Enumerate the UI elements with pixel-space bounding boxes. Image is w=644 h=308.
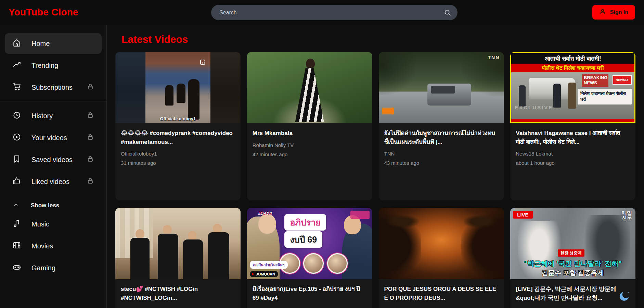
video-card[interactable]: POR QUE JESUS OROU A DEUS SE ELE É O PRÓ… xyxy=(379,208,504,308)
page-title: Latest Videos xyxy=(121,34,635,45)
exclusive-watermark: EXCLUSIVE xyxy=(515,104,553,110)
breaking-news-badge: BREAKING NEWS xyxy=(582,74,608,87)
thumbnail-quote: "박근혜에 '국민 만나달라' 전해" xyxy=(510,259,635,268)
video-thumbnail[interactable]: TNN xyxy=(379,52,504,123)
video-title[interactable]: มีเรื่อง(อยาก)Live Ep.105 - อภิปราย งบฯ … xyxy=(253,285,367,302)
play-circle-icon xyxy=(12,133,21,143)
sidebar-divider xyxy=(0,101,106,101)
channel-badge xyxy=(382,108,394,114)
headline-band-2: पोलीस थेट निलेश चव्हाणच्या घरी xyxy=(511,64,634,72)
search-icon[interactable] xyxy=(444,9,451,16)
video-card[interactable]: LIVE 매일 신문 현장 생중계 "박근혜에 '국민 만나달라' 전해" 김문… xyxy=(510,208,635,308)
sign-in-button[interactable]: Sign In xyxy=(592,5,635,20)
sidebar-item-label: Gaming xyxy=(31,264,55,272)
video-channel[interactable]: News18 Lokmat xyxy=(516,151,630,157)
video-time: 42 minutes ago xyxy=(253,151,367,157)
sidebar-item-label: Liked videos xyxy=(31,178,69,186)
video-thumbnail[interactable] xyxy=(115,208,241,279)
video-thumbnail[interactable]: आताची सर्वात मोठी बातमी! पोलीस थेट निलेश… xyxy=(510,52,635,123)
sidebar-item-label: Saved videos xyxy=(31,156,73,164)
corner-badge xyxy=(350,211,370,219)
sidebar-item-history[interactable]: History xyxy=(5,106,102,126)
lock-icon xyxy=(87,111,94,121)
cart-icon xyxy=(12,82,21,93)
home-icon xyxy=(12,38,21,49)
video-card[interactable]: Official.koloboy1 😂😂😂😂 #comedyprank #com… xyxy=(115,52,241,200)
lock-icon xyxy=(87,83,94,92)
thumbnail-watermark: Official.koloboy1 xyxy=(115,116,241,121)
music-icon xyxy=(12,219,21,230)
show-less-toggle[interactable]: Show less xyxy=(5,199,102,212)
day-tag: #DAY4 xyxy=(258,211,272,216)
bookmark-icon xyxy=(12,155,21,165)
video-card[interactable]: stecu💕 #NCTWISH #LOGin #NCTWISH_LOGin... xyxy=(115,208,241,308)
show-less-label: Show less xyxy=(31,202,59,209)
news18-logo: NEWS18 xyxy=(613,75,632,85)
search-bar xyxy=(211,5,458,20)
video-thumbnail[interactable]: #DAY4 อภิปราย งบปี 69 เจอกัน บ่ายโมงนิดๆ… xyxy=(247,208,372,279)
title-box-1: อภิปราย xyxy=(284,214,326,231)
thumbs-up-icon xyxy=(12,176,21,187)
caption-pill: เจอกัน บ่ายโมงนิดๆ xyxy=(250,261,288,269)
lock-icon xyxy=(87,155,94,164)
video-thumbnail[interactable] xyxy=(379,208,504,279)
video-time: 31 minutes ago xyxy=(121,160,235,166)
sidebar-item-music[interactable]: Music xyxy=(5,214,102,234)
sidebar-item-gaming[interactable]: Gaming xyxy=(5,258,102,278)
sidebar-item-subscriptions[interactable]: Subscriptions xyxy=(5,77,102,98)
broadcast-badge: 현장 생중계 xyxy=(558,249,584,257)
video-title[interactable]: Vaishnavi Hagawane case I आताची सर्वात म… xyxy=(516,129,630,146)
theme-toggle-moon-icon[interactable] xyxy=(619,290,630,302)
gamepad-icon xyxy=(12,263,21,273)
sidebar-item-label: Trending xyxy=(31,62,58,70)
instagram-icon xyxy=(200,60,205,65)
video-thumbnail[interactable] xyxy=(247,52,372,123)
video-title[interactable]: Mrs Mkambala xyxy=(253,129,367,138)
play-icon xyxy=(252,273,254,275)
info-box: निलेश चव्हाणला घेऊन पोलीस घरी xyxy=(578,89,632,104)
video-card[interactable]: Mrs Mkambala Rohamin Nolly TV 42 minutes… xyxy=(247,52,372,200)
video-title[interactable]: [LIVE] 김문수, 박근혜 서문시장 방문에 &quot;내가 국민 만나달… xyxy=(516,285,630,302)
video-grid: Official.koloboy1 😂😂😂😂 #comedyprank #com… xyxy=(115,52,635,308)
lock-icon xyxy=(87,177,94,186)
video-title[interactable]: POR QUE JESUS OROU A DEUS SE ELE É O PRÓ… xyxy=(384,285,499,302)
headline-band: आताची सर्वात मोठी बातमी! xyxy=(511,53,634,64)
video-channel[interactable]: Officialkoloboy1 xyxy=(121,151,235,157)
sidebar-item-liked-videos[interactable]: Liked videos xyxy=(5,171,102,192)
video-thumbnail[interactable]: Official.koloboy1 xyxy=(115,52,241,123)
channel-pill: JOMQUAN xyxy=(250,271,278,277)
search-input[interactable] xyxy=(219,10,444,16)
video-time: about 1 hour ago xyxy=(516,160,630,166)
video-time: 43 minutes ago xyxy=(384,160,499,166)
sidebar-item-trending[interactable]: Trending xyxy=(5,55,102,76)
newspaper-logo: 매일 신문 xyxy=(622,211,632,221)
video-title[interactable]: stecu💕 #NCTWISH #LOGin #NCTWISH_LOGin... xyxy=(121,285,235,302)
sidebar-item-label: Movies xyxy=(31,242,53,250)
sidebar-item-home[interactable]: Home xyxy=(5,33,102,54)
video-title[interactable]: 😂😂😂😂 #comedyprank #comedyvideo #makemefa… xyxy=(121,129,235,146)
sidebar-item-your-videos[interactable]: Your videos xyxy=(5,127,102,148)
sidebar-item-label: Home xyxy=(31,40,50,48)
chevron-up-icon xyxy=(13,202,18,209)
sidebar-item-label: Subscriptions xyxy=(31,84,73,91)
video-card[interactable]: आताची सर्वात मोठी बातमी! पोलीस थेट निलेश… xyxy=(510,52,635,200)
video-channel[interactable]: TNN xyxy=(384,151,499,157)
sidebar-item-label: History xyxy=(31,112,53,120)
sign-in-label: Sign In xyxy=(610,9,628,15)
history-icon xyxy=(12,111,21,121)
sidebar-item-saved-videos[interactable]: Saved videos xyxy=(5,149,102,170)
video-title[interactable]: ยังไม่ปิดด่านกัมพูชาสถานการณ์ไม่น่าห่วงท… xyxy=(384,129,499,146)
main-content: Latest Videos Official.koloboy1 😂😂😂 xyxy=(107,25,644,308)
film-icon xyxy=(12,241,21,251)
video-card[interactable]: TNN ยังไม่ปิดด่านกัมพูชาสถานการณ์ไม่น่าห… xyxy=(379,52,504,200)
sidebar-item-movies[interactable]: Movies xyxy=(5,236,102,256)
thumbnail-subtitle: 김문수 포항 집중유세 xyxy=(510,269,635,278)
video-thumbnail[interactable]: LIVE 매일 신문 현장 생중계 "박근혜에 '국민 만나달라' 전해" 김문… xyxy=(510,208,635,279)
sidebar-item-label: Music xyxy=(31,220,49,228)
video-channel[interactable]: Rohamin Nolly TV xyxy=(253,142,367,148)
trending-icon xyxy=(12,60,21,71)
video-card[interactable]: #DAY4 อภิปราย งบปี 69 เจอกัน บ่ายโมงนิดๆ… xyxy=(247,208,372,308)
live-badge: LIVE xyxy=(513,211,532,219)
app-logo: YouTube Clone xyxy=(9,7,78,18)
tnn-watermark: TNN xyxy=(488,55,500,60)
